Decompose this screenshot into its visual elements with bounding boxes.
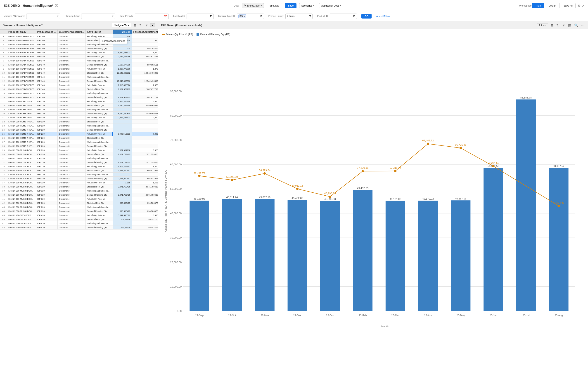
bar-rect[interactable] [320, 201, 340, 311]
product-family-cell: FAMILY 100-HEADPHONES [7, 42, 36, 47]
planning-filter-input[interactable]: ▾ [81, 14, 115, 19]
value-22sep-cell [113, 59, 132, 63]
chart-legend: Actuals Qty Prior Yr (EA) Demand Plannin… [162, 33, 584, 36]
external-link-icon[interactable]: ↗ [582, 4, 584, 8]
table-row: 47FAMILY 400-SPEAKERSIBP-420Customer 1Ma… [0, 221, 158, 225]
row-number: 12 [0, 79, 7, 83]
chart-more-icon[interactable]: ⋯ [580, 23, 585, 28]
application-jobs-dropdown[interactable]: Application Jobs ▾ [319, 3, 343, 8]
bar-rect[interactable] [549, 168, 568, 311]
customer-cell: Customer 1 [57, 55, 85, 59]
row-number: 20 [0, 112, 7, 116]
sort-icon[interactable]: ⇅ [138, 23, 143, 28]
location-input[interactable]: ⊞ [187, 14, 214, 19]
svg-text:45,811.24: 45,811.24 [226, 196, 238, 199]
product-family-input[interactable]: 4 Items ⊞ [285, 14, 313, 19]
line-data-point[interactable] [427, 142, 429, 145]
chart-grid-icon[interactable]: ▦ [567, 23, 572, 28]
simulate-button[interactable]: Simulate [267, 3, 282, 8]
key-figures-header[interactable]: Key Figures [85, 30, 113, 34]
time-periods-input[interactable]: 📅 [135, 14, 169, 19]
line-data-point[interactable] [557, 205, 560, 207]
forecast-adj-header[interactable]: Forecast Adjustment [132, 30, 158, 34]
svg-text:57,315.44: 57,315.44 [390, 167, 401, 169]
left-panel: Demand - Human Intelligence * Navigate T… [0, 21, 158, 370]
bar-rect[interactable] [222, 199, 242, 311]
value-22sep-cell: 552,52278 [113, 217, 132, 221]
bar-rect[interactable] [418, 200, 438, 311]
bar-rect[interactable] [451, 200, 471, 311]
plan-tab[interactable]: Plan [532, 3, 544, 8]
row-number: 44 [0, 209, 7, 213]
product-desc-header[interactable]: Product Desc ... [36, 30, 57, 34]
main-content: Demand - Human Intelligence * Navigate T… [0, 21, 588, 370]
line-data-point[interactable] [231, 179, 233, 181]
product-family-cell: FAMILY 200-HOME THEA... [7, 140, 36, 144]
bar-rect[interactable] [189, 200, 209, 311]
navigate-to-button[interactable]: Navigate To ▾ [112, 23, 131, 27]
gear-icon[interactable]: ⚙ [578, 4, 581, 8]
line-data-point[interactable] [492, 165, 494, 167]
save-as-button[interactable]: Save As [561, 3, 576, 8]
chart-zoom-icon[interactable]: 🔍 [573, 23, 579, 28]
line-data-point[interactable] [263, 172, 266, 175]
product-family-cell: FAMILY 200-HOME THEA... [7, 144, 36, 148]
row-number: 14 [0, 87, 7, 91]
bar-rect[interactable] [483, 168, 503, 311]
forecast-adj-cell: 5,040,469896 [132, 112, 158, 116]
line-data-point[interactable] [362, 170, 364, 172]
key-figures-cell: Marketing and Sales In... [85, 124, 113, 128]
line-data-point[interactable] [329, 195, 331, 198]
svg-text:56,299.84: 56,299.84 [259, 169, 271, 172]
value-22sep-cell [113, 75, 132, 79]
product-family-cell: FAMILY 300-MUSIC DOC... [7, 177, 36, 181]
bar-rect[interactable] [255, 199, 274, 311]
scenarios-dropdown[interactable]: Scenarios ▾ [299, 3, 316, 8]
versions-input[interactable]: ▾ [26, 14, 60, 19]
line-data-point[interactable] [394, 170, 397, 172]
value-22sep-cell: 4,964,423264 [113, 99, 132, 103]
value-22sep-cell: 2,071,759425 [113, 185, 132, 189]
chart-sort-icon[interactable]: ⇅ [556, 23, 560, 28]
time-badge[interactable]: ↻ 30 sec. ago ▾ [242, 3, 264, 8]
design-tab[interactable]: Design [545, 3, 559, 8]
product-family-cell: FAMILY 100-HEADPHONES [7, 47, 36, 50]
adapt-filters-button[interactable]: Adapt Filters [376, 15, 390, 18]
customer-desc-header[interactable]: Customer Descripti... [57, 30, 85, 34]
row-number: 24 [0, 128, 7, 132]
value-22sep-cell[interactable]: 8,000,516829 [113, 132, 132, 136]
bar-rect[interactable] [288, 200, 307, 311]
table-row: 30FAMILY 300-MUSIC DOC...IBP-320Customer… [0, 152, 158, 156]
chart-filter-icon[interactable]: ⊟ [550, 23, 554, 28]
col-22sep-header[interactable]: 22-Sep [113, 30, 132, 34]
table-wrapper[interactable]: Product Family Product Desc ... Customer… [0, 29, 158, 370]
chart-expand-icon[interactable]: ⤢ [561, 23, 566, 28]
key-figures-cell: Marketing and Sales In... [85, 189, 113, 193]
value-22sep-cell [113, 128, 132, 132]
material-type-input[interactable]: FG × ⊞ [237, 14, 264, 19]
product-id-input[interactable]: ⊞ [330, 14, 357, 19]
forecast-adj-cell [132, 197, 158, 201]
forecast-adj-cell: 9,240 [132, 116, 158, 120]
bar-rect[interactable] [353, 190, 372, 311]
forecast-adj-cell [132, 136, 158, 140]
table-row: 27FAMILY 200-HOME THEA...IBP-220Customer… [0, 140, 158, 144]
row-number: 48 [0, 225, 7, 230]
collapse-button[interactable]: ▲ [150, 23, 155, 27]
filter-icon[interactable]: ⊟ [133, 23, 137, 28]
bar-rect[interactable] [386, 201, 405, 311]
bar-rect[interactable] [516, 99, 536, 311]
line-data-point[interactable] [296, 188, 299, 190]
table-row: 8FAMILY 100-HEADPHONESIBP-140Customer 1D… [0, 63, 158, 67]
go-button[interactable]: GO [361, 14, 372, 19]
row-number: 37 [0, 181, 7, 185]
product-family-header[interactable]: Product Family [7, 30, 36, 34]
info-icon[interactable]: ⓘ [55, 4, 58, 8]
location-filter-group: Location ID: ⊞ [173, 14, 214, 19]
expand-icon[interactable]: ⤢ [144, 23, 149, 28]
save-button[interactable]: Save [285, 3, 297, 8]
value-22sep-cell: 274 [113, 47, 132, 50]
line-data-point[interactable] [460, 147, 462, 149]
line-data-point[interactable] [198, 175, 200, 177]
row-number: 33 [0, 164, 7, 169]
